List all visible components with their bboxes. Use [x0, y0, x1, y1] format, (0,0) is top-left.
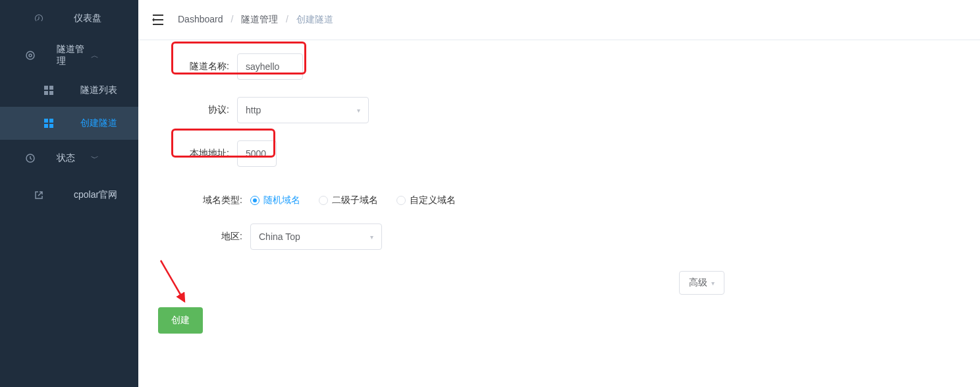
create-button[interactable]: 创建	[158, 307, 203, 334]
tunnel-name-label: 隧道名称:	[151, 61, 237, 73]
chevron-up-icon: ︿	[91, 50, 125, 61]
sidebar: 仪表盘 隧道管理 ︿ 隧道列表 创建隧道 状态 ﹀ cpolar官网	[0, 0, 138, 387]
field-domain-type: 域名类型: 随机域名 二级子域名 自定义域名	[151, 194, 954, 206]
breadcrumb-tunnel-mgmt[interactable]: 隧道管理	[241, 14, 278, 24]
field-tunnel-name: 隧道名称: sayhello	[151, 53, 954, 80]
region-value: China Top	[259, 231, 300, 242]
svg-rect-6	[44, 119, 48, 123]
sidebar-item-label: 仪表盘	[74, 13, 125, 24]
sidebar-item-label: 隧道列表	[80, 84, 125, 96]
sidebar-item-label: 状态	[57, 152, 91, 164]
local-addr-input[interactable]: 5000	[237, 140, 277, 167]
sidebar-item-label: 隧道管理	[57, 44, 91, 67]
form-content: 隧道名称: sayhello 协议: http ▾ 本地地址: 5000 域名类…	[138, 40, 980, 280]
svg-rect-7	[49, 119, 53, 123]
menu-toggle-button[interactable]	[150, 12, 166, 28]
sidebar-item-tunnel-list[interactable]: 隧道列表	[0, 74, 138, 107]
sidebar-item-state[interactable]: 状态 ﹀	[0, 140, 138, 177]
breadcrumb-current: 创建隧道	[296, 14, 333, 24]
radio-label: 自定义域名	[410, 194, 456, 206]
main: Dashboard / 隧道管理 / 创建隧道 隧道名称: sayhello 协…	[138, 0, 980, 387]
domain-type-label: 域名类型:	[151, 194, 250, 206]
sidebar-item-label: cpolar官网	[74, 189, 125, 201]
breadcrumb-dashboard[interactable]: Dashboard	[178, 14, 223, 24]
sidebar-item-tunnel-create[interactable]: 创建隧道	[0, 107, 138, 140]
protocol-select[interactable]: http ▾	[237, 97, 369, 123]
region-label: 地区:	[151, 231, 250, 243]
breadcrumb-sep: /	[286, 14, 288, 24]
svg-rect-5	[49, 91, 53, 95]
dashboard-icon	[13, 13, 65, 24]
breadcrumb-sep: /	[231, 14, 233, 24]
arrow-annotation	[158, 258, 198, 311]
sidebar-item-dashboard[interactable]: 仪表盘	[0, 0, 138, 37]
field-protocol: 协议: http ▾	[151, 97, 954, 123]
chevron-down-icon: ▾	[357, 107, 360, 114]
external-link-icon	[13, 189, 65, 201]
svg-rect-2	[44, 86, 48, 90]
radio-random-domain[interactable]: 随机域名	[250, 194, 300, 206]
protocol-label: 协议:	[151, 104, 237, 116]
chevron-down-icon: ﹀	[91, 153, 125, 164]
svg-point-0	[26, 51, 34, 59]
grid-icon	[26, 117, 71, 129]
radio-circle-icon	[250, 196, 259, 205]
region-select[interactable]: China Top ▾	[250, 223, 382, 250]
radio-circle-icon	[319, 196, 328, 205]
breadcrumb: Dashboard / 隧道管理 / 创建隧道	[178, 14, 333, 26]
field-local-addr: 本地地址: 5000	[151, 140, 954, 167]
radio-custom-domain[interactable]: 自定义域名	[396, 194, 456, 206]
local-addr-label: 本地地址:	[151, 148, 237, 160]
radio-label: 二级子域名	[332, 194, 378, 206]
radio-label: 随机域名	[263, 194, 300, 206]
radio-circle-icon	[396, 196, 406, 205]
svg-line-11	[161, 260, 184, 301]
caret-down-icon: ▾	[711, 280, 715, 287]
chevron-down-icon: ▾	[370, 233, 373, 241]
topbar: Dashboard / 隧道管理 / 创建隧道	[138, 0, 980, 40]
sidebar-item-tunnel-mgmt[interactable]: 隧道管理 ︿	[0, 37, 138, 74]
protocol-value: http	[246, 105, 261, 115]
grid-icon	[26, 84, 71, 96]
svg-rect-8	[44, 124, 48, 128]
svg-rect-3	[49, 86, 53, 90]
svg-rect-9	[49, 124, 53, 128]
advanced-button[interactable]: 高级 ▾	[679, 271, 724, 295]
svg-rect-4	[44, 91, 48, 95]
tunnel-icon	[13, 49, 47, 61]
radio-sub-domain[interactable]: 二级子域名	[319, 194, 378, 206]
svg-point-1	[29, 54, 32, 57]
tunnel-name-input[interactable]: sayhello	[237, 53, 303, 80]
state-icon	[13, 152, 47, 164]
sidebar-item-cpolar-site[interactable]: cpolar官网	[0, 177, 138, 214]
domain-type-radio-group: 随机域名 二级子域名 自定义域名	[250, 194, 456, 206]
advanced-label: 高级	[689, 277, 707, 289]
sidebar-item-label: 创建隧道	[80, 117, 125, 129]
field-region: 地区: China Top ▾	[151, 223, 954, 250]
